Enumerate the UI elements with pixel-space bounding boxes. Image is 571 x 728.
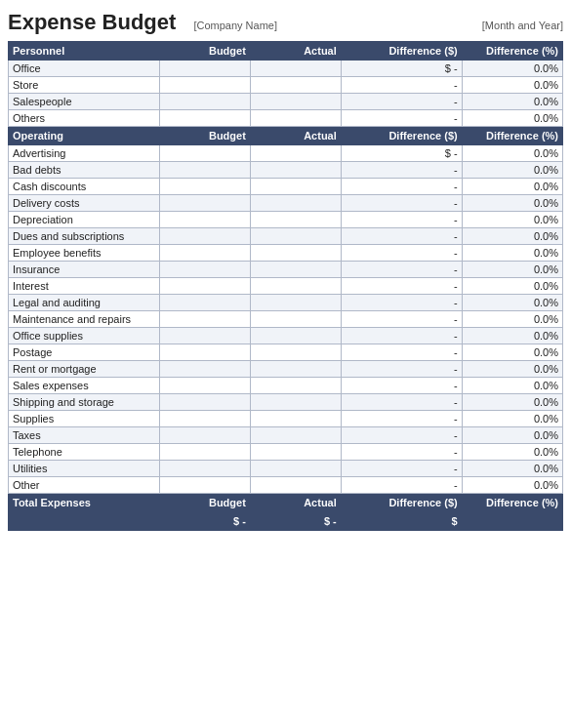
row-actual[interactable] [250,477,341,494]
table-row[interactable]: Delivery costs - 0.0% [9,195,563,212]
row-actual[interactable] [250,77,341,94]
table-row[interactable]: Other - 0.0% [9,477,563,494]
row-actual[interactable] [250,262,341,278]
table-row[interactable]: Dues and subscriptions - 0.0% [9,228,563,245]
row-budget[interactable] [159,228,250,245]
table-row[interactable]: Telephone - 0.0% [9,444,563,461]
row-actual[interactable] [250,195,341,212]
row-actual[interactable] [250,179,341,195]
table-row[interactable]: Utilities - 0.0% [9,461,563,477]
col-budget-header: Budget [159,127,250,145]
row-diff-dollar: - [341,444,462,461]
row-budget[interactable] [159,212,250,228]
section-name: Personnel [9,42,160,61]
row-budget[interactable] [159,328,250,344]
table-row[interactable]: Salespeople - 0.0% [9,94,563,110]
row-actual[interactable] [250,378,341,394]
row-actual[interactable] [250,145,341,162]
row-label: Other [9,477,160,494]
row-actual[interactable] [250,278,341,295]
row-diff-pct: 0.0% [462,212,562,228]
row-budget[interactable] [159,278,250,295]
row-actual[interactable] [250,245,341,262]
row-budget[interactable] [159,311,250,328]
table-row[interactable]: Office $ - 0.0% [9,61,563,77]
table-row[interactable]: Others - 0.0% [9,110,563,127]
table-row[interactable]: Office supplies - 0.0% [9,328,563,344]
row-budget[interactable] [159,344,250,361]
row-actual[interactable] [250,162,341,179]
total-actual-val[interactable]: $ - [250,512,341,531]
table-row[interactable]: Shipping and storage - 0.0% [9,394,563,411]
row-diff-dollar: - [341,212,462,228]
row-budget[interactable] [159,77,250,94]
row-diff-pct: 0.0% [462,477,562,494]
row-actual[interactable] [250,328,341,344]
row-budget[interactable] [159,411,250,427]
row-budget[interactable] [159,394,250,411]
col-budget-header: Budget [159,42,250,61]
table-row[interactable]: Maintenance and repairs - 0.0% [9,311,563,328]
row-budget[interactable] [159,361,250,378]
row-diff-dollar: - [341,77,462,94]
row-budget[interactable] [159,162,250,179]
row-budget[interactable] [159,61,250,77]
row-budget[interactable] [159,94,250,110]
row-budget[interactable] [159,427,250,444]
row-diff-dollar: - [341,195,462,212]
row-diff-pct: 0.0% [462,278,562,295]
row-actual[interactable] [250,394,341,411]
table-row[interactable]: Taxes - 0.0% [9,427,563,444]
row-actual[interactable] [250,361,341,378]
row-label: Postage [9,344,160,361]
row-budget[interactable] [159,444,250,461]
row-actual[interactable] [250,344,341,361]
company-name[interactable]: [Company Name] [193,20,277,31]
total-budget-val[interactable]: $ - [159,512,250,531]
table-row[interactable]: Advertising $ - 0.0% [9,145,563,162]
row-budget[interactable] [159,145,250,162]
table-row[interactable]: Depreciation - 0.0% [9,212,563,228]
row-actual[interactable] [250,427,341,444]
table-row[interactable]: Sales expenses - 0.0% [9,378,563,394]
row-budget[interactable] [159,195,250,212]
row-budget[interactable] [159,461,250,477]
table-row[interactable]: Store - 0.0% [9,77,563,94]
table-row[interactable]: Rent or mortgage - 0.0% [9,361,563,378]
row-actual[interactable] [250,94,341,110]
row-budget[interactable] [159,179,250,195]
table-row[interactable]: Cash discounts - 0.0% [9,179,563,195]
row-actual[interactable] [250,61,341,77]
table-row[interactable]: Bad debts - 0.0% [9,162,563,179]
row-actual[interactable] [250,461,341,477]
row-diff-dollar: - [341,461,462,477]
table-row[interactable]: Interest - 0.0% [9,278,563,295]
row-diff-dollar: - [341,411,462,427]
row-actual[interactable] [250,295,341,311]
table-row[interactable]: Legal and auditing - 0.0% [9,295,563,311]
row-budget[interactable] [159,477,250,494]
row-actual[interactable] [250,228,341,245]
total-values-row[interactable]: $ - $ - $ [9,512,563,531]
table-row[interactable]: Employee benefits - 0.0% [9,245,563,262]
row-actual[interactable] [250,110,341,127]
row-budget[interactable] [159,262,250,278]
row-budget[interactable] [159,110,250,127]
row-budget[interactable] [159,295,250,311]
row-actual[interactable] [250,311,341,328]
row-actual[interactable] [250,411,341,427]
table-row[interactable]: Supplies - 0.0% [9,411,563,427]
row-actual[interactable] [250,444,341,461]
table-row[interactable]: Postage - 0.0% [9,344,563,361]
date-label[interactable]: [Month and Year] [482,20,563,31]
row-diff-dollar: - [341,378,462,394]
row-budget[interactable] [159,245,250,262]
row-diff-pct: 0.0% [462,295,562,311]
row-budget[interactable] [159,378,250,394]
section-name: Operating [9,127,160,145]
row-actual[interactable] [250,212,341,228]
col-diff-pct-header: Difference (%) [462,127,562,145]
table-row[interactable]: Insurance - 0.0% [9,262,563,278]
row-diff-pct: 0.0% [462,311,562,328]
row-label: Sales expenses [9,378,160,394]
